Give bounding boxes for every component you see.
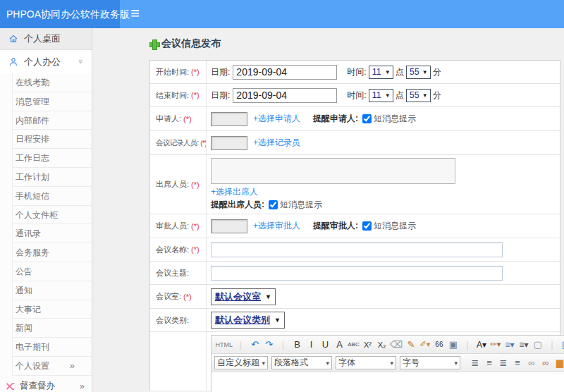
form-row-meeting-name: 会议名称: (*) — [150, 238, 560, 262]
editor-content-area[interactable] — [212, 372, 564, 392]
unlink-button[interactable]: ∞ — [540, 356, 552, 370]
required-mark: (*) — [183, 115, 192, 123]
select-attendees-link[interactable]: +选择出席人 — [211, 187, 258, 197]
bold-button[interactable]: B — [291, 338, 303, 352]
meeting-subject-input[interactable] — [211, 266, 503, 281]
separator: | — [235, 338, 247, 352]
paragraph-format-select[interactable]: 段落格式 ▾ — [271, 356, 332, 369]
sidebar: 个人桌面 个人办公 » 在线考勤 消息管理 内部邮件 日程安排 工作日志 工作计… — [0, 28, 92, 392]
field-label: 会议名称: — [156, 245, 189, 255]
applicant-input[interactable] — [211, 112, 247, 126]
select-applicant-link[interactable]: +选择申请人 — [253, 113, 300, 125]
form-row-recorder: 会议记录人员: (*) +选择记录员 — [150, 131, 560, 155]
time-label: 时间: — [347, 90, 366, 102]
meeting-room-select[interactable]: 默认会议室 ▼ — [211, 288, 276, 305]
sidebar-item-desktop[interactable]: 个人桌面 — [0, 28, 92, 50]
sidebar-submenu-item[interactable]: 在线考勤 — [12, 73, 92, 92]
spray-format-button[interactable]: ✐▾ — [419, 338, 431, 352]
approver-input[interactable] — [211, 219, 247, 233]
blockquote-button[interactable]: 66 — [433, 338, 445, 352]
sidebar-submenu-item[interactable]: 会务服务 — [12, 243, 92, 262]
html-source-button[interactable]: HTML — [216, 338, 233, 352]
eraser-button[interactable]: ⌫ — [390, 338, 403, 352]
start-minute-select[interactable]: 55 ▼ — [406, 66, 431, 79]
remind-attendees-checkbox[interactable] — [269, 200, 278, 209]
sidebar-submenu-item[interactable]: 手机短信 — [12, 187, 92, 206]
sidebar-item-office[interactable]: 个人办公 » — [0, 50, 92, 73]
font-border-button[interactable]: A — [333, 338, 345, 352]
field-label: 会议室: — [156, 291, 181, 302]
redo-button[interactable]: ↷ — [263, 338, 275, 352]
unordered-list-button[interactable]: ≡▾ — [517, 338, 529, 352]
select-recorder-link[interactable]: +选择记录员 — [253, 137, 300, 149]
sidebar-submenu-item[interactable]: 个人文件柜 — [12, 206, 92, 225]
sidebar-item-label: 督查督办 — [20, 380, 55, 392]
italic-button[interactable]: I — [305, 338, 317, 352]
recorder-input[interactable] — [211, 136, 247, 150]
sidebar-submenu-item[interactable]: 工作日志 — [12, 149, 92, 168]
menu-toggle-icon[interactable]: ≡ — [130, 0, 140, 28]
sidebar-submenu-item[interactable]: 电子期刊 — [12, 338, 92, 357]
form-row-attendees: 出席人员: (*) +选择出席人 提醒出席人员: 短消息提示 — [150, 155, 560, 214]
undo-button[interactable]: ↶ — [249, 338, 261, 352]
sidebar-submenu-item[interactable]: 通讯录 — [12, 224, 92, 243]
link-button[interactable]: ∞ — [526, 356, 538, 370]
align-left-button[interactable]: ≣ — [470, 356, 482, 370]
sidebar-submenu-settings: 个人设置 » — [12, 357, 92, 376]
remind-applicant-checkbox[interactable] — [362, 114, 372, 123]
form-row-meeting-room: 会议室: (*) 默认会议室 ▼ — [150, 285, 560, 309]
separator: | — [277, 338, 289, 352]
caret-down-icon: ▼ — [385, 69, 391, 75]
remind-approver-checkbox[interactable] — [362, 221, 372, 231]
meeting-name-input[interactable] — [211, 243, 503, 257]
subscript-button[interactable]: X₂ — [376, 338, 388, 352]
sidebar-submenu-item[interactable]: 内部邮件 — [12, 111, 92, 130]
font-size-select[interactable]: 字号 ▾ — [400, 356, 460, 369]
superscript-button[interactable]: X² — [362, 338, 374, 352]
chevron-down-icon: » — [77, 59, 85, 63]
paste-button[interactable]: ▣ — [447, 338, 459, 352]
date-label: 日期: — [211, 66, 230, 78]
format-brush-button[interactable]: ✎ — [405, 338, 417, 352]
sidebar-submenu: 在线考勤 消息管理 内部邮件 日程安排 工作日志 工作计划 手机短信 个人文件柜… — [12, 73, 92, 357]
underline-button[interactable]: U — [319, 338, 331, 352]
sidebar-submenu-item[interactable]: 消息管理 — [12, 92, 92, 111]
sidebar-submenu-item[interactable]: 新闻 — [12, 319, 92, 338]
required-mark: (*) — [191, 91, 200, 99]
align-center-button[interactable]: ≡ — [484, 356, 496, 370]
sidebar-submenu-item[interactable]: 公告 — [12, 262, 92, 281]
end-minute-select[interactable]: 55 ▼ — [406, 89, 431, 102]
start-hour-select[interactable]: 11 ▼ — [369, 66, 393, 79]
minute-unit: 分 — [433, 90, 441, 102]
font-family-select[interactable]: 字体 ▾ — [336, 356, 396, 369]
attendees-textarea[interactable] — [211, 158, 455, 184]
align-right-button[interactable]: ≣ — [498, 356, 510, 370]
image-button[interactable]: ▆ — [554, 356, 564, 370]
heading-select[interactable]: 自定义标题 ▾ — [214, 356, 268, 369]
sidebar-item-label: 个人办公 — [24, 56, 61, 68]
highlight-color-button[interactable]: ✏▾ — [489, 338, 501, 352]
end-hour-select[interactable]: 11 ▼ — [369, 89, 393, 102]
sidebar-submenu-item[interactable]: 日程安排 — [12, 130, 92, 149]
caret-down-icon: ▼ — [422, 69, 428, 75]
select-approver-link[interactable]: +选择审批人 — [253, 220, 300, 232]
sidebar-submenu-item[interactable]: 通知 — [12, 281, 92, 300]
align-justify-button[interactable]: ≡ — [512, 356, 524, 370]
sidebar-item-supervise[interactable]: 督查督办 » — [0, 377, 92, 392]
sidebar-item-label: 个人桌面 — [24, 32, 61, 45]
font-color-button[interactable]: A▾ — [475, 338, 487, 352]
end-date-input[interactable] — [233, 88, 337, 103]
meeting-category-select[interactable]: 默认会议类别 ▼ — [211, 312, 285, 329]
sidebar-item-settings[interactable]: 个人设置 » — [12, 357, 92, 376]
remind-approver-label: 提醒审批人: — [313, 220, 358, 232]
form-row-applicant: 申请人: (*) +选择申请人 提醒申请人: 短消息提示 — [150, 107, 560, 131]
sidebar-submenu-item[interactable]: 工作计划 — [12, 168, 92, 187]
ordered-list-button[interactable]: ≡▾ — [503, 338, 515, 352]
strikethrough-button[interactable]: ABC — [348, 338, 360, 352]
fullscreen-button[interactable]: ▣ — [560, 338, 564, 352]
blank-page-button[interactable]: ▢ — [532, 338, 544, 352]
remind-attendees-label: 提醒出席人员: — [211, 199, 264, 211]
sidebar-submenu-item[interactable]: 大事记 — [12, 300, 92, 319]
caret-down-icon: ▼ — [265, 293, 271, 300]
start-date-input[interactable] — [233, 65, 337, 80]
